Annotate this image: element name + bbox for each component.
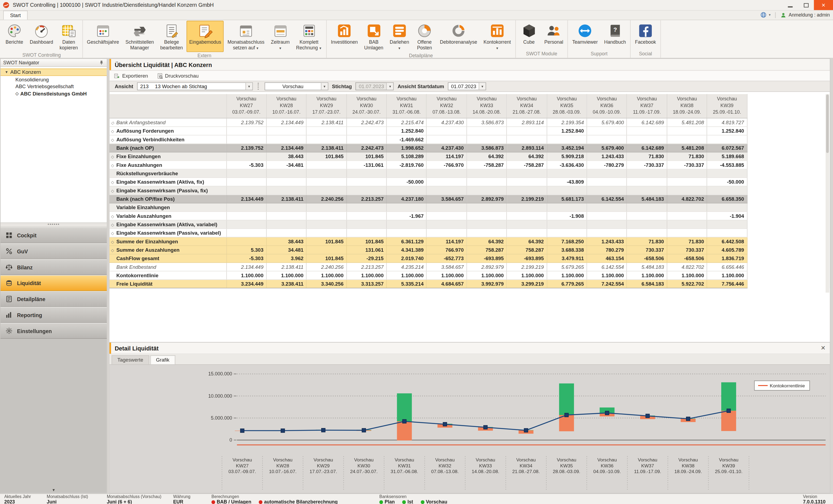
cell-kontokorrentlinie-kw38[interactable]: 1.100.000 <box>667 271 707 279</box>
cell-eingabe-kassenwirksam-aktiva-variabel-kw36[interactable] <box>587 220 627 229</box>
cell-eingabe-kassenwirksam-passiva-fix-kw33[interactable] <box>467 186 507 194</box>
tree-expander-icon[interactable]: ▼ <box>5 70 8 74</box>
cell-rueckstellungsverbraeuche-kw37[interactable] <box>627 169 667 177</box>
row-expander-icon[interactable]: ◇ <box>111 180 116 185</box>
cell-fixe-auszahlungen-kw35[interactable]: -3.636.430 <box>547 160 587 169</box>
cell-eingabe-kassenwirksam-passiva-fix-kw35[interactable] <box>547 186 587 194</box>
cell-rueckstellungsverbraeuche-kw32[interactable] <box>427 169 467 177</box>
cell-eingabe-kassenwirksam-passiva-fix-kw28[interactable] <box>266 186 307 194</box>
cell-eingabe-kassenwirksam-aktiva-fix-kw32[interactable] <box>427 177 467 186</box>
ribbon-button-daten-kopieren[interactable]: Datenkopieren <box>57 21 80 51</box>
cell-kontokorrentlinie-kw32[interactable]: 1.100.000 <box>427 271 467 279</box>
cell-fixe-einzahlungen-kw38[interactable]: 71.830 <box>667 152 707 160</box>
cell-eingabe-kassenwirksam-passiva-variabel-kw35[interactable] <box>547 229 587 237</box>
cell-aufloesung-verbindlichkeiten-kw32[interactable] <box>427 135 467 143</box>
row-expander-icon[interactable]: ◇ <box>111 214 116 219</box>
ribbon-button-investitionen[interactable]: Investitionen <box>328 21 360 52</box>
cell-eingabe-kassenwirksam-passiva-variabel-kw29[interactable] <box>307 229 347 237</box>
cell-variable-einzahlungen-kw33[interactable] <box>467 203 507 211</box>
sidebar-item-guv[interactable]: GuV <box>1 243 107 259</box>
ribbon-button-geschaeftsjahre[interactable]: Geschäftsjahre <box>85 21 122 52</box>
tree-item-abc-vertriebsgesellschaft[interactable]: ABC Vertriebsgesellschaft <box>1 83 107 90</box>
ribbon-button-offene-posten[interactable]: OffenePosten <box>413 21 436 52</box>
cell-eingabe-kassenwirksam-passiva-variabel-kw28[interactable] <box>266 229 307 237</box>
cell-aufloesung-verbindlichkeiten-kw31[interactable]: -1.469.662 <box>386 135 427 143</box>
cell-kontokorrentlinie-kw39[interactable]: 1.100.000 <box>707 271 747 279</box>
row-expander-icon[interactable]: ◇ <box>111 188 116 193</box>
sidebar-item-cockpit[interactable]: Cockpit <box>1 227 107 243</box>
cell-variable-auszahlungen-kw31[interactable]: -1.967 <box>386 211 427 220</box>
cell-eingabe-kassenwirksam-passiva-fix-kw34[interactable] <box>507 186 547 194</box>
cell-kontokorrentlinie-kw35[interactable]: 1.100.000 <box>547 271 587 279</box>
cell-eingabe-kassenwirksam-aktiva-variabel-kw35[interactable] <box>547 220 587 229</box>
cell-rueckstellungsverbraeuche-kw34[interactable] <box>507 169 547 177</box>
cell-rueckstellungsverbraeuche-kw33[interactable] <box>467 169 507 177</box>
cell-aufloesung-forderungen-kw34[interactable] <box>507 126 547 135</box>
row-expander-icon[interactable]: ◇ <box>111 239 116 244</box>
cell-kontokorrentlinie-kw28[interactable]: 1.100.000 <box>266 271 307 279</box>
cell-variable-einzahlungen-kw31[interactable] <box>386 203 427 211</box>
row-expander-icon[interactable]: ◇ <box>111 163 116 168</box>
cell-fixe-einzahlungen-kw32[interactable]: 114.197 <box>427 152 467 160</box>
cell-variable-auszahlungen-kw29[interactable] <box>307 211 347 220</box>
cell-fixe-einzahlungen-kw33[interactable]: 64.392 <box>467 152 507 160</box>
cell-fixe-auszahlungen-kw36[interactable]: -780.279 <box>587 160 627 169</box>
cell-variable-auszahlungen-kw38[interactable] <box>667 211 707 220</box>
cell-aufloesung-forderungen-kw39[interactable]: 1.252.840 <box>707 126 747 135</box>
cell-variable-auszahlungen-kw28[interactable] <box>266 211 307 220</box>
cell-eingabe-kassenwirksam-passiva-fix-kw31[interactable] <box>386 186 427 194</box>
cell-eingabe-kassenwirksam-passiva-variabel-kw27[interactable] <box>226 229 266 237</box>
cell-eingabe-kassenwirksam-aktiva-fix-kw28[interactable] <box>266 177 307 186</box>
cell-eingabe-kassenwirksam-aktiva-fix-kw29[interactable] <box>307 177 347 186</box>
cell-eingabe-kassenwirksam-aktiva-fix-kw39[interactable]: -50.000 <box>707 177 747 186</box>
cell-fixe-auszahlungen-kw27[interactable]: -5.303 <box>226 160 266 169</box>
cell-variable-auszahlungen-kw33[interactable] <box>467 211 507 220</box>
cell-aufloesung-verbindlichkeiten-kw38[interactable] <box>667 135 707 143</box>
cell-rueckstellungsverbraeuche-kw39[interactable] <box>707 169 747 177</box>
cell-eingabe-kassenwirksam-aktiva-fix-kw27[interactable] <box>226 177 266 186</box>
row-expander-icon[interactable]: ◇ <box>111 129 116 134</box>
cell-eingabe-kassenwirksam-aktiva-variabel-kw29[interactable] <box>307 220 347 229</box>
cell-variable-auszahlungen-kw27[interactable] <box>226 211 266 220</box>
cell-aufloesung-forderungen-kw28[interactable] <box>266 126 307 135</box>
cell-aufloesung-verbindlichkeiten-kw30[interactable] <box>347 135 386 143</box>
cell-variable-einzahlungen-kw39[interactable] <box>707 203 747 211</box>
row-expander-icon[interactable]: ◇ <box>111 231 116 236</box>
cell-fixe-einzahlungen-kw37[interactable]: 71.830 <box>627 152 667 160</box>
sidebar-splitter[interactable]: •••••• <box>1 222 107 227</box>
scrollbar-thumb[interactable] <box>826 94 829 153</box>
cell-variable-auszahlungen-kw35[interactable]: -1.908 <box>547 211 587 220</box>
cell-fixe-auszahlungen-kw31[interactable]: -2.819.760 <box>386 160 427 169</box>
cell-aufloesung-verbindlichkeiten-kw34[interactable] <box>507 135 547 143</box>
cell-kontokorrentlinie-kw36[interactable]: 1.100.000 <box>587 271 627 279</box>
cell-fixe-auszahlungen-kw34[interactable]: -758.287 <box>507 160 547 169</box>
cell-aufloesung-forderungen-kw35[interactable]: 1.252.840 <box>547 126 587 135</box>
ribbon-button-kontokorrent[interactable]: Kontokorrent▼ <box>481 21 514 52</box>
cell-aufloesung-forderungen-kw38[interactable] <box>667 126 707 135</box>
cell-fixe-einzahlungen-kw35[interactable]: 5.909.218 <box>547 152 587 160</box>
cell-eingabe-kassenwirksam-aktiva-variabel-kw28[interactable] <box>266 220 307 229</box>
ribbon-button-schnittstellen-manager[interactable]: SchnittstellenManager <box>123 21 157 52</box>
cell-eingabe-kassenwirksam-passiva-fix-kw39[interactable] <box>707 186 747 194</box>
cell-fixe-auszahlungen-kw39[interactable]: -4.553.885 <box>707 160 747 169</box>
ribbon-button-dashboard[interactable]: Dashboard <box>27 21 56 51</box>
cell-eingabe-kassenwirksam-passiva-variabel-kw39[interactable] <box>707 229 747 237</box>
row-expander-icon[interactable]: ◇ <box>111 222 116 227</box>
cell-kontokorrentlinie-kw33[interactable]: 1.100.000 <box>467 271 507 279</box>
cell-kontokorrentlinie-kw37[interactable]: 1.100.000 <box>627 271 667 279</box>
ribbon-button-belege-bearbeiten[interactable]: Belegebearbeiten <box>158 21 186 52</box>
cell-variable-einzahlungen-kw30[interactable] <box>347 203 386 211</box>
cell-eingabe-kassenwirksam-passiva-variabel-kw36[interactable] <box>587 229 627 237</box>
cell-variable-einzahlungen-kw37[interactable] <box>627 203 667 211</box>
ribbon-button-debitorenanalyse[interactable]: Debitorenanalyse <box>437 21 480 52</box>
cell-eingabe-kassenwirksam-aktiva-fix-kw36[interactable] <box>587 177 627 186</box>
dropdown-arrow-icon[interactable]: ▼ <box>245 83 252 90</box>
sidebar-item-reporting[interactable]: Reporting <box>1 307 107 323</box>
cell-variable-auszahlungen-kw32[interactable] <box>427 211 467 220</box>
cell-variable-einzahlungen-kw28[interactable] <box>266 203 307 211</box>
cell-fixe-einzahlungen-kw36[interactable]: 1.243.433 <box>587 152 627 160</box>
ribbon-button-eingabemodus[interactable]: Eingabemodus <box>187 21 224 52</box>
cell-eingabe-kassenwirksam-aktiva-variabel-kw31[interactable] <box>386 220 427 229</box>
cell-aufloesung-verbindlichkeiten-kw39[interactable] <box>707 135 747 143</box>
cell-eingabe-kassenwirksam-aktiva-fix-kw30[interactable] <box>347 177 386 186</box>
